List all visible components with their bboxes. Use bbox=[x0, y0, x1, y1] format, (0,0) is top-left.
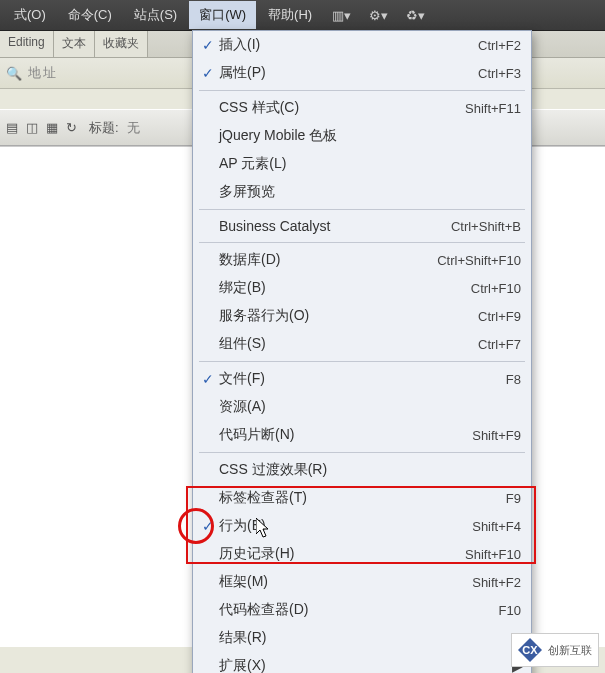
menu-extensions[interactable]: 扩展(X) ▶ bbox=[193, 652, 531, 673]
layout-icon[interactable]: ▥▾ bbox=[324, 4, 359, 27]
menu-ap-elements[interactable]: AP 元素(L) bbox=[193, 150, 531, 178]
cursor-icon bbox=[256, 518, 272, 542]
menu-item-label: 结果(R) bbox=[219, 629, 521, 647]
menu-item-shortcut: Shift+F4 bbox=[472, 519, 521, 534]
menu-multiscreen-preview[interactable]: 多屏预览 bbox=[193, 178, 531, 206]
menu-item-label: 多屏预览 bbox=[219, 183, 521, 201]
menu-separator bbox=[199, 361, 525, 362]
menu-files[interactable]: ✓ 文件(F) F8 bbox=[193, 365, 531, 393]
menu-item-label: 扩展(X) bbox=[219, 657, 521, 673]
checkmark-icon: ✓ bbox=[197, 518, 219, 534]
menu-item-shortcut: Ctrl+F3 bbox=[478, 66, 521, 81]
watermark: CX 创新互联 bbox=[511, 633, 599, 667]
menu-separator bbox=[199, 242, 525, 243]
menu-item-label: 标签检查器(T) bbox=[219, 489, 506, 507]
menu-separator bbox=[199, 90, 525, 91]
title-value[interactable]: 无 bbox=[127, 119, 140, 137]
menu-server-behaviors[interactable]: 服务器行为(O) Ctrl+F9 bbox=[193, 302, 531, 330]
menu-business-catalyst[interactable]: Business Catalyst Ctrl+Shift+B bbox=[193, 213, 531, 239]
menu-item-label: 框架(M) bbox=[219, 573, 472, 591]
menu-item-shortcut: Ctrl+Shift+B bbox=[451, 219, 521, 234]
menu-format[interactable]: 式(O) bbox=[4, 1, 56, 29]
menu-css-styles[interactable]: CSS 样式(C) Shift+F11 bbox=[193, 94, 531, 122]
checkmark-icon: ✓ bbox=[197, 371, 219, 387]
menu-item-shortcut: Shift+F9 bbox=[472, 428, 521, 443]
checkmark-icon: ✓ bbox=[197, 37, 219, 53]
menu-item-label: 服务器行为(O) bbox=[219, 307, 478, 325]
sync-icon[interactable]: ♻▾ bbox=[398, 4, 433, 27]
menu-commands[interactable]: 命令(C) bbox=[58, 1, 122, 29]
menu-history[interactable]: 历史记录(H) Shift+F10 bbox=[193, 540, 531, 568]
address-hint: 地址 bbox=[28, 64, 58, 82]
menu-item-label: 数据库(D) bbox=[219, 251, 437, 269]
menubar: 式(O) 命令(C) 站点(S) 窗口(W) 帮助(H) ▥▾ ⚙▾ ♻▾ bbox=[0, 0, 605, 31]
menu-item-label: 代码检查器(D) bbox=[219, 601, 499, 619]
menu-item-shortcut: Shift+F11 bbox=[465, 101, 521, 116]
menu-help[interactable]: 帮助(H) bbox=[258, 1, 322, 29]
menu-item-shortcut: Ctrl+F9 bbox=[478, 309, 521, 324]
menu-jquery-mobile[interactable]: jQuery Mobile 色板 bbox=[193, 122, 531, 150]
menu-css-transitions[interactable]: CSS 过渡效果(R) bbox=[193, 456, 531, 484]
title-label: 标题: bbox=[89, 119, 119, 137]
menu-item-label: jQuery Mobile 色板 bbox=[219, 127, 521, 145]
checkmark-icon: ✓ bbox=[197, 65, 219, 81]
menu-item-label: 属性(P) bbox=[219, 64, 478, 82]
menu-properties[interactable]: ✓ 属性(P) Ctrl+F3 bbox=[193, 59, 531, 87]
menu-item-shortcut: F9 bbox=[506, 491, 521, 506]
menu-item-label: Business Catalyst bbox=[219, 218, 451, 234]
code-view-icon[interactable]: ▤ bbox=[6, 120, 18, 135]
menu-item-label: 代码片断(N) bbox=[219, 426, 472, 444]
watermark-logo: CX bbox=[518, 638, 542, 662]
menu-item-shortcut: Shift+F10 bbox=[465, 547, 521, 562]
menu-item-label: 资源(A) bbox=[219, 398, 521, 416]
refresh-icon[interactable]: ↻ bbox=[66, 120, 77, 135]
window-menu-dropdown: ✓ 插入(I) Ctrl+F2 ✓ 属性(P) Ctrl+F3 CSS 样式(C… bbox=[192, 30, 532, 673]
search-icon[interactable]: 🔍 bbox=[6, 66, 22, 81]
watermark-text: 创新互联 bbox=[548, 643, 592, 658]
menu-frames[interactable]: 框架(M) Shift+F2 bbox=[193, 568, 531, 596]
menu-assets[interactable]: 资源(A) bbox=[193, 393, 531, 421]
menu-item-shortcut: F8 bbox=[506, 372, 521, 387]
menu-code-inspector[interactable]: 代码检查器(D) F10 bbox=[193, 596, 531, 624]
menu-item-label: 文件(F) bbox=[219, 370, 506, 388]
menu-item-label: CSS 样式(C) bbox=[219, 99, 465, 117]
menu-item-label: 组件(S) bbox=[219, 335, 478, 353]
menu-window[interactable]: 窗口(W) bbox=[189, 1, 256, 29]
menu-item-shortcut: F10 bbox=[499, 603, 521, 618]
split-view-icon[interactable]: ◫ bbox=[26, 120, 38, 135]
tab-text[interactable]: 文本 bbox=[54, 31, 95, 57]
menu-components[interactable]: 组件(S) Ctrl+F7 bbox=[193, 330, 531, 358]
menu-snippets[interactable]: 代码片断(N) Shift+F9 bbox=[193, 421, 531, 449]
menu-insert[interactable]: ✓ 插入(I) Ctrl+F2 bbox=[193, 31, 531, 59]
menu-separator bbox=[199, 452, 525, 453]
menu-bindings[interactable]: 绑定(B) Ctrl+F10 bbox=[193, 274, 531, 302]
tab-editing[interactable]: Editing bbox=[0, 31, 54, 57]
menu-item-shortcut: Shift+F2 bbox=[472, 575, 521, 590]
menu-item-label: CSS 过渡效果(R) bbox=[219, 461, 521, 479]
menu-behaviors[interactable]: ✓ 行为(E) Shift+F4 bbox=[193, 512, 531, 540]
menu-item-label: AP 元素(L) bbox=[219, 155, 521, 173]
menu-separator bbox=[199, 209, 525, 210]
tab-favorites[interactable]: 收藏夹 bbox=[95, 31, 148, 57]
gear-icon[interactable]: ⚙▾ bbox=[361, 4, 396, 27]
menu-databases[interactable]: 数据库(D) Ctrl+Shift+F10 bbox=[193, 246, 531, 274]
menu-item-label: 绑定(B) bbox=[219, 279, 471, 297]
menu-results[interactable]: 结果(R) ▶ bbox=[193, 624, 531, 652]
menu-item-shortcut: Ctrl+F2 bbox=[478, 38, 521, 53]
menu-item-shortcut: Ctrl+Shift+F10 bbox=[437, 253, 521, 268]
menu-item-shortcut: Ctrl+F7 bbox=[478, 337, 521, 352]
menu-tag-inspector[interactable]: 标签检查器(T) F9 bbox=[193, 484, 531, 512]
menu-item-shortcut: Ctrl+F10 bbox=[471, 281, 521, 296]
menu-item-label: 插入(I) bbox=[219, 36, 478, 54]
menu-site[interactable]: 站点(S) bbox=[124, 1, 187, 29]
design-view-icon[interactable]: ▦ bbox=[46, 120, 58, 135]
menu-item-label: 历史记录(H) bbox=[219, 545, 465, 563]
